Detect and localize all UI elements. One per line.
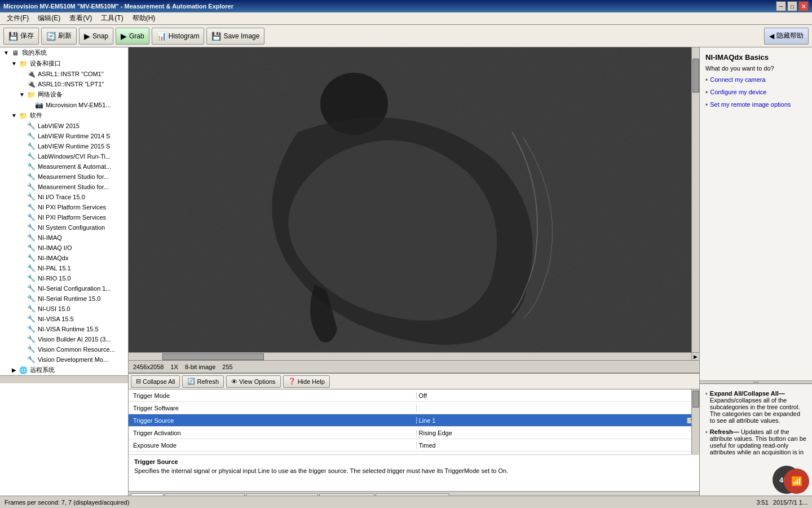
hide-help-props-button[interactable]: ❓ Hide Help: [283, 375, 330, 388]
sidebar-item-21[interactable]: 🔧 NI-PAL 15.1: [0, 263, 128, 273]
tree-icon-23: 🔧: [26, 284, 36, 292]
save-button[interactable]: 💾 保存: [3, 28, 39, 45]
grab-button[interactable]: ▶ Grab: [116, 28, 149, 45]
sidebar-item-7[interactable]: 🔧 LabVIEW 2015: [0, 121, 128, 131]
right-link-text-1[interactable]: Configure my device: [710, 89, 766, 95]
sidebar-item-14[interactable]: 🔧 NI I/O Trace 15.0: [0, 192, 128, 202]
refresh-button[interactable]: 🔄 刷新: [41, 28, 77, 45]
hide-help-button[interactable]: ◀ 隐藏帮助: [764, 28, 809, 45]
image-area[interactable]: [129, 47, 699, 352]
props-refresh-button[interactable]: 🔄 Refresh: [182, 375, 224, 388]
sidebar-item-3[interactable]: 🔌 ASRL10::INSTR "LPT1": [0, 79, 128, 89]
menu-edit[interactable]: 编辑(E): [33, 12, 65, 24]
date-display: 2015/7/1 1...: [773, 499, 807, 506]
sidebar-item-28[interactable]: 🔧 Vision Builder AI 2015 (3...: [0, 334, 128, 344]
menu-view[interactable]: 查看(V): [65, 12, 96, 24]
right-link-text-2[interactable]: Set my remote image options: [710, 101, 791, 108]
prop-row-4[interactable]: Exposure Mode Timed: [129, 439, 699, 452]
menu-help[interactable]: 帮助(H): [128, 12, 160, 24]
hscroll-thumb[interactable]: [162, 353, 264, 360]
prop-row-5[interactable]: Exposure Time 6000.00000: [129, 452, 699, 454]
tree-arrow-31: ▶: [10, 367, 18, 373]
prop-row-2[interactable]: Trigger Source Line 1 ▼: [129, 414, 699, 427]
tree-icon-15: 🔧: [26, 203, 36, 211]
sidebar-item-31[interactable]: ▶ 🌐 远程系统: [0, 365, 128, 375]
tree-label-6: 软件: [30, 111, 42, 120]
menu-file[interactable]: 文件(F): [2, 12, 33, 24]
sidebar-item-25[interactable]: 🔧 NI-USI 15.0: [0, 304, 128, 314]
close-button[interactable]: ✕: [798, 1, 809, 11]
right-link-0[interactable]: • Connect my camera: [705, 76, 806, 86]
sidebar-item-24[interactable]: 🔧 NI-Serial Runtime 15.0: [0, 294, 128, 304]
sidebar-item-5[interactable]: 📷 Microvision MV-EM51...: [0, 100, 128, 110]
tree-icon-3: 🔌: [26, 80, 36, 88]
right-link-1[interactable]: • Configure my device: [705, 89, 806, 99]
sidebar-item-19[interactable]: 🔧 NI-IMAQ I/O: [0, 243, 128, 253]
snap-button[interactable]: ▶ Snap: [79, 28, 113, 45]
tree-label-29: Vision Common Resource...: [38, 346, 115, 353]
tree-icon-20: 🔧: [26, 254, 36, 262]
prop-row-1[interactable]: Trigger Software: [129, 402, 699, 414]
sidebar-item-30[interactable]: 🔧 Vision Development Mo...: [0, 354, 128, 365]
props-vscrollbar[interactable]: [691, 389, 699, 454]
sidebar-item-2[interactable]: 🔌 ASRL1::INSTR "COM1": [0, 69, 128, 79]
sidebar-item-26[interactable]: 🔧 NI-VISA 15.5: [0, 314, 128, 324]
props-refresh-label: Refresh: [197, 378, 219, 385]
sidebar-item-17[interactable]: 🔧 NI System Configuration: [0, 222, 128, 233]
sidebar-item-8[interactable]: 🔧 LabVIEW Runtime 2014 S: [0, 131, 128, 141]
view-options-button[interactable]: 👁 View Options: [226, 375, 281, 388]
sidebar-item-22[interactable]: 🔧 NI-RIO 15.0: [0, 273, 128, 283]
tree-label-19: NI-IMAQ I/O: [38, 244, 72, 251]
minimize-button[interactable]: ─: [776, 1, 786, 11]
tree-label-17: NI System Configuration: [38, 224, 105, 231]
tree-icon-0: 🖥: [10, 49, 20, 57]
scroll-right-button[interactable]: ▶: [691, 353, 699, 361]
sidebar-item-1[interactable]: ▼ 📁 设备和接口: [0, 58, 128, 69]
grab-label: Grab: [129, 32, 144, 40]
sidebar-item-12[interactable]: 🔧 Measurement Studio for...: [0, 172, 128, 182]
sidebar-item-27[interactable]: 🔧 NI-VISA Runtime 15.5: [0, 324, 128, 334]
maximize-button[interactable]: □: [787, 1, 797, 11]
sidebar-item-18[interactable]: 🔧 NI-IMAQ: [0, 233, 128, 243]
vscroll-thumb[interactable]: [692, 59, 699, 93]
menu-tools[interactable]: 工具(T): [96, 12, 127, 24]
sidebar-item-23[interactable]: 🔧 NI-Serial Configuration 1...: [0, 283, 128, 294]
sidebar-item-13[interactable]: 🔧 Measurement Studio for...: [0, 182, 128, 192]
sidebar-item-4[interactable]: ▼ 📁 网络设备: [0, 89, 128, 100]
sidebar-item-0[interactable]: ▼ 🖥 我的系统: [0, 47, 128, 58]
sidebar-item-29[interactable]: 🔧 Vision Common Resource...: [0, 344, 128, 354]
sidebar-scrollbar[interactable]: [0, 375, 128, 383]
tree-icon-19: 🔧: [26, 244, 36, 252]
props-scroll-thumb[interactable]: [692, 391, 699, 408]
histogram-button[interactable]: 📊 Histogram: [152, 28, 205, 45]
prop-value-2: Line 1 ▼: [417, 417, 700, 424]
prop-row-0[interactable]: Trigger Mode Off: [129, 389, 699, 402]
tree-label-31: 远程系统: [30, 366, 55, 374]
sidebar-item-20[interactable]: 🔧 NI-IMAQdx: [0, 253, 128, 263]
time-display: 3:51: [756, 499, 768, 506]
right-link-2[interactable]: • Set my remote image options: [705, 101, 806, 111]
snap-icon: ▶: [84, 32, 90, 41]
tree-label-20: NI-IMAQdx: [38, 255, 68, 261]
sidebar-item-11[interactable]: 🔧 Measurement & Automat...: [0, 161, 128, 172]
sidebar-item-10[interactable]: 🔧 LabWindows/CVI Run-Ti...: [0, 151, 128, 161]
tree-label-30: Vision Development Mo...: [38, 356, 108, 363]
tree-icon-8: 🔧: [26, 132, 36, 140]
status-overlay: 48% 📶: [705, 460, 806, 494]
collapse-all-button[interactable]: ⊟ Collapse All: [131, 375, 180, 388]
sidebar-item-9[interactable]: 🔧 LabVIEW Runtime 2015 S: [0, 141, 128, 151]
sidebar-item-16[interactable]: 🔧 NI PXI Platform Services: [0, 212, 128, 222]
sidebar: ▼ 🖥 我的系统 ▼ 📁 设备和接口 🔌 ASRL1::INSTR "COM1"…: [0, 47, 129, 508]
save-image-button[interactable]: 💾 Save Image: [206, 28, 264, 45]
prop-name-0: Trigger Mode: [129, 392, 417, 399]
image-vscrollbar[interactable]: [691, 47, 699, 352]
image-hscrollbar[interactable]: ▶: [129, 352, 699, 360]
prop-row-3[interactable]: Trigger Activation Rising Edge: [129, 427, 699, 439]
sidebar-item-6[interactable]: ▼ 📁 软件: [0, 110, 128, 121]
help-item-refresh-text: Refresh— Updates all of the attribute va…: [710, 428, 806, 456]
titlebar-title: Microvision MV-EM510M "MV-EM510M" - Meas…: [3, 3, 233, 10]
tree-icon-2: 🔌: [26, 70, 36, 78]
tree-icon-10: 🔧: [26, 152, 36, 160]
sidebar-item-15[interactable]: 🔧 NI PXI Platform Services: [0, 202, 128, 212]
right-link-text-0[interactable]: Connect my camera: [710, 76, 765, 83]
